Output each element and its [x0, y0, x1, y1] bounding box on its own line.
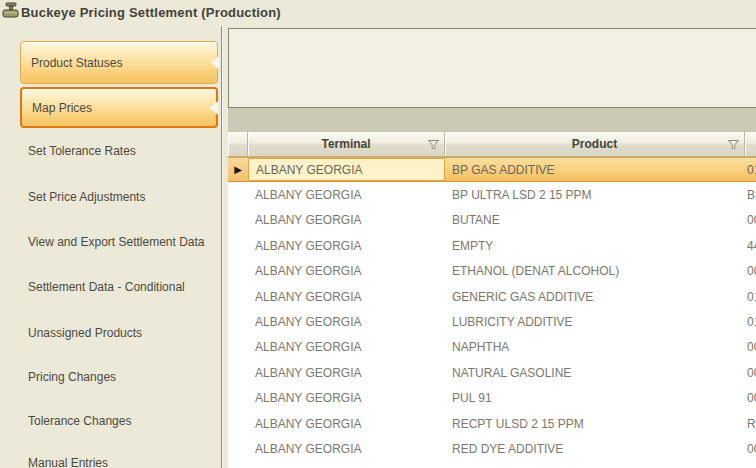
code-cell[interactable]: 00 [745, 208, 756, 233]
code-cell[interactable]: 00 [745, 360, 756, 385]
table-row[interactable]: ALBANY GEORGIA GENERIC GAS ADDITIVE 01 [228, 284, 756, 309]
row-selector-cell[interactable]: ▶ [228, 158, 248, 181]
table-row[interactable]: ALBANY GEORGIA ETHANOL (DENAT ALCOHOL) 0… [228, 259, 756, 284]
terminal-cell[interactable]: ALBANY GEORGIA [248, 335, 445, 360]
grid-caption-band [228, 108, 756, 132]
sidebar-item-set-tolerance-rates[interactable]: Set Tolerance Rates [28, 144, 136, 158]
product-cell[interactable]: BP GAS ADDITIVE [445, 158, 745, 181]
column-header-terminal[interactable]: Terminal [248, 132, 445, 157]
code-cell[interactable]: 00 [745, 386, 756, 411]
code-cell[interactable]: 00 [745, 259, 756, 284]
product-cell[interactable]: LUBRICITY ADDITIVE [445, 309, 745, 334]
table-row[interactable]: ▶ ALBANY GEORGIA BP GAS ADDITIVE 01 [228, 157, 756, 182]
notch-arrow-icon [211, 56, 219, 70]
terminal-cell[interactable]: ALBANY GEORGIA [248, 208, 445, 233]
terminal-cell[interactable]: ALBANY GEORGIA [248, 411, 445, 436]
code-cell[interactable]: 01 [745, 309, 756, 334]
terminal-cell[interactable]: ALBANY GEORGIA [248, 309, 445, 334]
table-row[interactable]: ALBANY GEORGIA RECPT ULSD 2 15 PPM RE [228, 411, 756, 436]
row-selector-cell[interactable] [228, 360, 248, 385]
code-cell[interactable]: BI [745, 182, 756, 207]
pipe-valve-icon [2, 2, 20, 20]
filter-funnel-icon[interactable] [727, 138, 740, 151]
product-cell[interactable]: ETHANOL (DENAT ALCOHOL) [445, 259, 745, 284]
sidebar-item-pricing-changes[interactable]: Pricing Changes [28, 370, 116, 384]
sidebar-item-settlement-data-conditional[interactable]: Settlement Data - Conditional [28, 280, 185, 294]
product-cell[interactable]: EMPTY [445, 233, 745, 258]
product-cell[interactable]: PUL 91 [445, 386, 745, 411]
grid-rows: ▶ ALBANY GEORGIA BP GAS ADDITIVE 01 ALBA… [228, 157, 756, 468]
title-bar: Buckeye Pricing Settlement (Production) [0, 0, 756, 26]
sidebar-item-product-statuses[interactable]: Product Statuses [20, 41, 218, 84]
row-selector-header [228, 132, 248, 157]
selected-row-arrow-icon: ▶ [234, 164, 242, 175]
product-cell[interactable]: NATURAL GASOLINE [445, 360, 745, 385]
column-header-product[interactable]: Product [445, 132, 745, 157]
filter-panel [228, 28, 756, 108]
code-cell[interactable]: 00 [745, 436, 756, 461]
code-cell[interactable]: 01 [745, 158, 756, 181]
row-selector-cell[interactable] [228, 182, 248, 207]
sidebar-button-label: Map Prices [32, 101, 92, 115]
table-row[interactable]: ALBANY GEORGIA EMPTY 44 [228, 233, 756, 258]
grid-header-row: Terminal Product [228, 132, 756, 157]
code-cell[interactable]: 01 [745, 284, 756, 309]
row-selector-cell[interactable] [228, 284, 248, 309]
row-selector-cell[interactable] [228, 259, 248, 284]
sidebar-item-unassigned-products[interactable]: Unassigned Products [28, 326, 142, 340]
sidebar-item-map-prices[interactable]: Map Prices [20, 87, 218, 128]
product-cell[interactable]: GENERIC GAS ADDITIVE [445, 284, 745, 309]
code-cell[interactable]: 44 [745, 233, 756, 258]
table-row[interactable]: ALBANY GEORGIA LUBRICITY ADDITIVE 01 [228, 309, 756, 334]
sidebar-button-label: Product Statuses [31, 56, 122, 70]
terminal-cell[interactable]: ALBANY GEORGIA [248, 233, 445, 258]
product-cell[interactable]: NAPHTHA [445, 335, 745, 360]
terminal-cell[interactable]: ALBANY GEORGIA [248, 158, 445, 181]
filter-funnel-icon[interactable] [427, 138, 440, 151]
code-cell[interactable]: RE [745, 411, 756, 436]
price-map-grid: Terminal Product ▶ ALBANY GEORGIA BP GAS… [228, 132, 756, 468]
sidebar-item-manual-entries[interactable]: Manual Entries [28, 456, 108, 468]
sidebar-item-tolerance-changes[interactable]: Tolerance Changes [28, 414, 131, 428]
product-cell[interactable]: RED DYE ADDITIVE [445, 436, 745, 461]
sidebar-item-set-price-adjustments[interactable]: Set Price Adjustments [28, 190, 145, 204]
sidebar-divider-highlight [222, 26, 223, 468]
terminal-cell[interactable]: ALBANY GEORGIA [248, 182, 445, 207]
table-row[interactable]: ALBANY GEORGIA BP ULTRA LSD 2 15 PPM BI [228, 182, 756, 207]
sidebar-nav: Product Statuses Map Prices Set Toleranc… [0, 26, 221, 468]
app-window: Buckeye Pricing Settlement (Production) … [0, 0, 756, 468]
terminal-cell[interactable]: ALBANY GEORGIA [248, 386, 445, 411]
sidebar-item-view-export-settlement-data[interactable]: View and Export Settlement Data [28, 235, 205, 249]
row-selector-cell[interactable] [228, 386, 248, 411]
product-cell[interactable]: BUTANE [445, 208, 745, 233]
column-header-label: Product [572, 137, 617, 151]
row-selector-cell[interactable] [228, 411, 248, 436]
table-row[interactable]: ALBANY GEORGIA RED DYE ADDITIVE 00 [228, 436, 756, 461]
row-selector-cell[interactable] [228, 436, 248, 461]
table-row[interactable]: ALBANY GEORGIA BUTANE 00 [228, 208, 756, 233]
table-row[interactable]: ALBANY GEORGIA PUL 91 00 [228, 386, 756, 411]
product-cell[interactable]: BP ULTRA LSD 2 15 PPM [445, 182, 745, 207]
row-selector-cell[interactable] [228, 208, 248, 233]
table-row[interactable]: ALBANY GEORGIA NATURAL GASOLINE 00 [228, 360, 756, 385]
terminal-cell[interactable]: ALBANY GEORGIA [248, 360, 445, 385]
row-selector-cell[interactable] [228, 335, 248, 360]
column-header-cut[interactable] [745, 132, 756, 157]
row-selector-cell[interactable] [228, 309, 248, 334]
terminal-cell[interactable]: ALBANY GEORGIA [248, 436, 445, 461]
notch-arrow-icon [210, 101, 218, 115]
window-title: Buckeye Pricing Settlement (Production) [21, 5, 281, 20]
column-header-label: Terminal [321, 137, 370, 151]
table-row[interactable]: ALBANY GEORGIA NAPHTHA 00 [228, 335, 756, 360]
terminal-cell[interactable]: ALBANY GEORGIA [248, 259, 445, 284]
terminal-cell[interactable]: ALBANY GEORGIA [248, 284, 445, 309]
row-selector-cell[interactable] [228, 233, 248, 258]
code-cell[interactable]: 00 [745, 335, 756, 360]
product-cell[interactable]: RECPT ULSD 2 15 PPM [445, 411, 745, 436]
